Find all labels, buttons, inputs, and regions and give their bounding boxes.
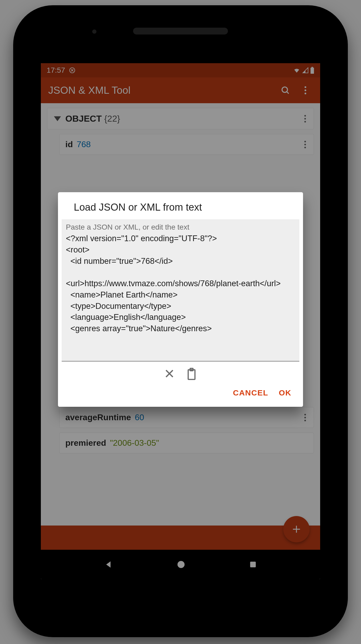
clear-button[interactable] [164, 368, 175, 380]
clipboard-icon [186, 368, 197, 380]
paste-button[interactable] [186, 368, 197, 380]
phone-frame: 17:57 JSON & XML Tool [13, 5, 348, 637]
screen: 17:57 JSON & XML Tool [41, 63, 320, 579]
dialog-textarea[interactable]: Paste a JSON or XML, or edit the text <?… [62, 219, 299, 361]
textarea-content[interactable]: <?xml version="1.0" encoding="UTF-8"?> <… [66, 233, 295, 334]
load-text-dialog: Load JSON or XML from text Paste a JSON … [58, 192, 303, 407]
close-icon [164, 368, 175, 379]
dialog-title: Load JSON or XML from text [58, 192, 303, 219]
dialog-actions: CANCEL OK [58, 383, 303, 407]
dialog-icon-row [58, 361, 303, 383]
ok-button[interactable]: OK [279, 388, 291, 397]
cancel-button[interactable]: CANCEL [233, 388, 268, 397]
textarea-placeholder-label: Paste a JSON or XML, or edit the text [66, 223, 295, 231]
